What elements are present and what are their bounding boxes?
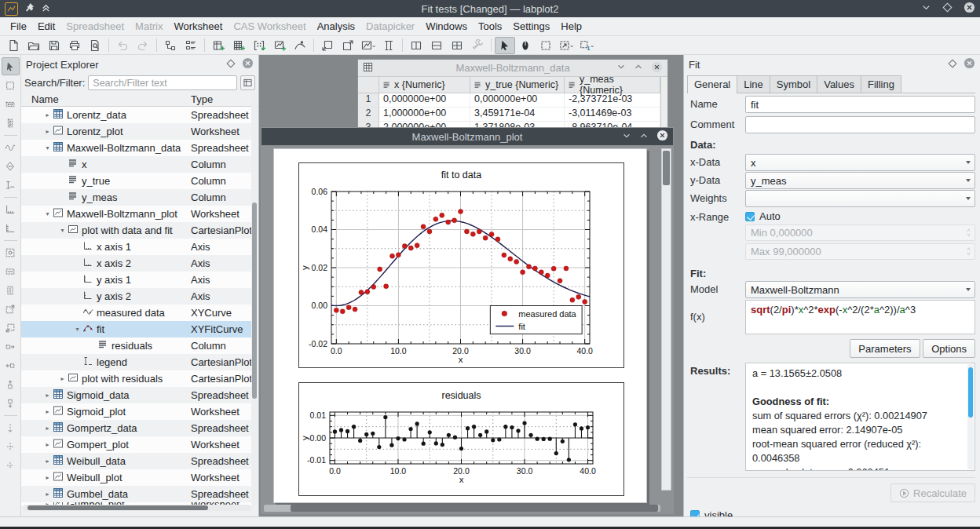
- menu-file[interactable]: File: [5, 19, 32, 34]
- worksheet-view-button[interactable]: ⌄: [358, 37, 378, 54]
- expander-collapsed-icon[interactable]: ▸: [42, 111, 53, 119]
- tree-item-fit[interactable]: ▾fitXYFitCurve: [21, 321, 253, 337]
- max-spinbox[interactable]: Max 99,000000˄˅: [745, 243, 975, 260]
- import-button[interactable]: [317, 37, 338, 54]
- step-a-button[interactable]: [2, 418, 20, 436]
- auto-scale-y-button[interactable]: [2, 281, 20, 299]
- auto-scale-button[interactable]: [2, 243, 20, 261]
- expander-expanded-icon[interactable]: ▾: [57, 227, 68, 234]
- tree-item-x-axis-1[interactable]: x axis 1Axis: [21, 239, 253, 255]
- new-file-button[interactable]: [3, 37, 24, 54]
- expander-collapsed-icon[interactable]: ▸: [42, 128, 53, 135]
- auto-scale-x-button[interactable]: [2, 262, 20, 280]
- residuals-chart[interactable]: residuals0.010.020.030.040.0-0.010.000.0…: [298, 382, 624, 496]
- add-x-axis-button[interactable]: [2, 200, 20, 218]
- results-textarea[interactable]: a = 13.1565±2.0508 Goodness of fit:sum o…: [745, 363, 975, 471]
- tree-item-legend[interactable]: legendCartesianPlotLegend: [21, 354, 253, 370]
- spreadsheet-cell[interactable]: 0,000000e+00: [379, 93, 470, 108]
- export-button[interactable]: [338, 37, 358, 54]
- close-panel-icon[interactable]: [242, 57, 254, 71]
- search-filter-input[interactable]: [88, 75, 237, 90]
- tree-item-residuals[interactable]: residualsColumn: [21, 337, 253, 354]
- restore-window-icon[interactable]: [639, 131, 649, 143]
- spreadsheet-vscrollbar[interactable]: [660, 77, 667, 130]
- tree-horizontal-scrollbar[interactable]: [23, 505, 251, 511]
- close-window-icon[interactable]: [656, 130, 668, 144]
- expander-collapsed-icon[interactable]: ▸: [42, 458, 53, 465]
- tree-item-y-axis-2[interactable]: y axis 2Axis: [21, 288, 253, 305]
- tree-item-x[interactable]: xColumn: [21, 156, 253, 173]
- add-legend-button[interactable]: [2, 176, 20, 194]
- shade-window-icon[interactable]: [616, 62, 626, 74]
- spreadsheet-table[interactable]: x {Numeric}y_true {Numeric}y_meas {Numer…: [358, 77, 667, 131]
- select-mode-button[interactable]: [495, 37, 515, 54]
- zoom-select-mode-button[interactable]: [536, 37, 556, 54]
- y-data-combobox[interactable]: y_meas: [745, 172, 975, 189]
- tab-values[interactable]: Values: [817, 75, 861, 93]
- properties-explorer-button[interactable]: [181, 37, 201, 54]
- spreadsheet-window[interactable]: Maxwell-Boltzmann_data x {Numeric}y_true…: [357, 59, 668, 131]
- tree-vertical-scrollbar[interactable]: [251, 93, 258, 506]
- tree-item-weibull-plot[interactable]: ▸Weibull_plotWorksheet: [21, 469, 253, 486]
- split-top-bottom-button[interactable]: [426, 37, 447, 54]
- tree-item-sigmoid-data[interactable]: ▸Sigmoid_dataSpreadsheet: [21, 387, 253, 403]
- tree-item-y-meas[interactable]: y_measColumn: [21, 189, 253, 206]
- spreadsheet-cell[interactable]: 1,000000e+00: [379, 108, 470, 122]
- expander-collapsed-icon[interactable]: ▸: [42, 408, 53, 415]
- results-scrollbar[interactable]: [967, 364, 974, 469]
- zoom-fit-button[interactable]: ⌄: [556, 37, 576, 54]
- row-number[interactable]: 1: [358, 93, 379, 108]
- expander-expanded-icon[interactable]: ▾: [42, 210, 53, 217]
- tree-item-gompert-plot[interactable]: ▸Gompert_plotWorksheet: [21, 436, 253, 453]
- tab-line[interactable]: Line: [737, 75, 770, 93]
- add-y-axis-button[interactable]: [2, 219, 20, 237]
- shift-left-button[interactable]: [2, 356, 20, 374]
- expander-collapsed-icon[interactable]: ▸: [42, 491, 53, 498]
- split-left-right-button[interactable]: [406, 37, 426, 54]
- spreadsheet-cell[interactable]: -3,011469e-03: [565, 108, 660, 122]
- shade-window-icon[interactable]: [622, 131, 631, 143]
- new-matrix-button[interactable]: [249, 37, 269, 54]
- plot-window-titlebar[interactable]: Maxwell-Boltzmann_plot: [261, 128, 673, 145]
- menu-settings[interactable]: Settings: [507, 19, 555, 34]
- tree-item-maxwell-boltzmann-data[interactable]: ▾Maxwell-Boltzmann_dataSpreadsheet: [21, 140, 253, 156]
- menu-help[interactable]: Help: [555, 19, 587, 34]
- menu-windows[interactable]: Windows: [420, 19, 473, 34]
- maximize-icon[interactable]: [942, 2, 953, 15]
- tree-item-gompertz-data[interactable]: ▸Gompertz_dataSpreadsheet: [21, 420, 253, 436]
- minimize-icon[interactable]: [921, 2, 931, 15]
- tree-item-y-true[interactable]: y_trueColumn: [21, 173, 253, 189]
- add-xy-curve-button[interactable]: [2, 138, 20, 156]
- x-data-combobox[interactable]: x: [745, 154, 975, 171]
- plot-window[interactable]: Maxwell-Boltzmann_plot fit to data0.010.…: [261, 127, 674, 514]
- expander-collapsed-icon[interactable]: ▸: [42, 441, 53, 448]
- recalculate-button[interactable]: Recalculate: [890, 483, 975, 502]
- tree-item-sigmoid-plot[interactable]: ▸Sigmoid_plotWorksheet: [21, 403, 253, 420]
- save-button[interactable]: [44, 37, 64, 54]
- tree-item-plot-with-data-and-fit[interactable]: ▾plot with data and fitCartesianPlot: [21, 222, 253, 239]
- tree-item-y-axis-1[interactable]: y axis 1Axis: [21, 272, 253, 288]
- step-b-button[interactable]: [2, 437, 20, 455]
- zoom-out-plot-button[interactable]: [2, 319, 20, 337]
- zoom-select-button[interactable]: [2, 76, 20, 94]
- tab-symbol[interactable]: Symbol: [770, 75, 817, 93]
- plot-window-vscrollbar[interactable]: [661, 148, 671, 491]
- new-spreadsheet-button[interactable]: [229, 37, 249, 54]
- expander-collapsed-icon[interactable]: ▸: [42, 474, 53, 481]
- shift-up-button[interactable]: [2, 375, 20, 393]
- comment-input[interactable]: [745, 116, 975, 133]
- close-icon[interactable]: [964, 2, 975, 16]
- worksheet-page[interactable]: fit to data0.010.020.030.040.0-0.020.000…: [273, 148, 647, 503]
- menu-analysis[interactable]: Analysis: [312, 19, 360, 34]
- plot-window-hscrollbar[interactable]: [264, 505, 660, 512]
- text-frame-button[interactable]: [378, 37, 399, 54]
- min-spinbox[interactable]: Min 0,000000˄˅: [745, 224, 975, 241]
- configure-button[interactable]: [467, 37, 488, 54]
- new-datapicker-button[interactable]: [290, 37, 310, 54]
- options-button[interactable]: Options: [923, 339, 975, 358]
- split-grid-button[interactable]: [447, 37, 467, 54]
- weights-combobox[interactable]: [745, 190, 975, 207]
- spreadsheet-cell[interactable]: 3,459171e-04: [470, 108, 565, 122]
- new-workbook-button[interactable]: [208, 37, 229, 54]
- tree-item-weibull-data[interactable]: ▸Weibull_dataSpreadsheet: [21, 453, 253, 469]
